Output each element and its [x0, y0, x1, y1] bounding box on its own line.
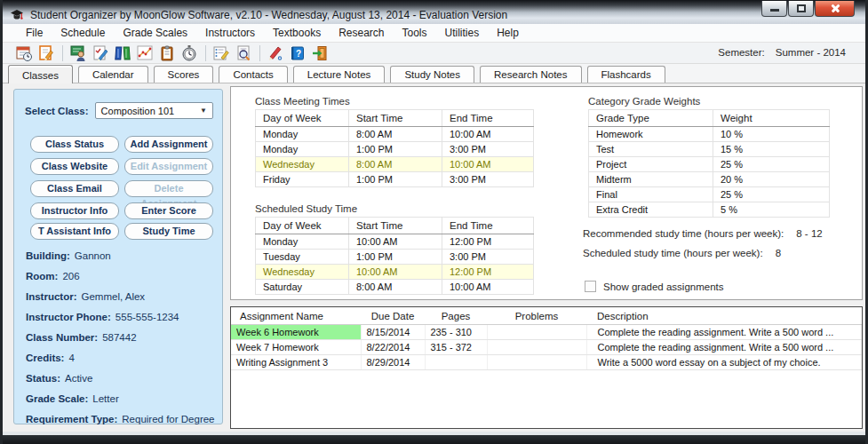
table-row[interactable]: Monday10:00 AM12:00 PM	[256, 234, 534, 250]
toolbar-separator	[205, 45, 206, 61]
show-graded-assignments-row: Show graded assignments	[585, 281, 724, 292]
assignment-row[interactable]: Week 6 Homework 8/15/2014 235 - 310 Comp…	[231, 325, 862, 340]
tab-study-notes[interactable]: Study Notes	[390, 66, 474, 83]
study-timer-icon[interactable]	[180, 44, 198, 62]
minimize-button[interactable]	[761, 1, 787, 17]
class-email-button[interactable]: Class Email	[30, 180, 119, 197]
edit-assignment-button: Edit Assignment	[124, 158, 213, 175]
table-header-row: Grade Type Weight	[589, 110, 830, 127]
window-title: Student Organizer by MoonGlow Software, …	[30, 9, 507, 21]
table-row[interactable]: Test15 %	[589, 142, 830, 157]
title-bar: Student Organizer by MoonGlow Software, …	[3, 0, 865, 24]
flashcards-icon[interactable]	[212, 44, 230, 62]
tab-flashcards[interactable]: Flashcards	[587, 66, 665, 83]
t-assistant-info-button[interactable]: T Assistant Info	[30, 223, 119, 240]
table-row[interactable]: Extra Credit5 %	[589, 202, 830, 218]
info-class-number: Class Number:587442	[26, 328, 217, 348]
table-row[interactable]: Tuesday1:00 PM3:00 PM	[256, 250, 534, 265]
tab-lecture-notes[interactable]: Lecture Notes	[293, 66, 386, 83]
close-button[interactable]	[815, 1, 855, 17]
table-header-row: Assignment Name Due Date Pages Problems …	[231, 307, 862, 325]
assignment-row[interactable]: Week 7 Homework 8/22/2014 315 - 372 Comp…	[231, 340, 862, 355]
window-bottom-border	[3, 435, 865, 444]
semester-label: Semester:	[718, 47, 764, 58]
study-time-button[interactable]: Study Time	[124, 223, 213, 240]
table-row-highlighted[interactable]: Wednesday8:00 AM10:00 AM	[256, 157, 534, 172]
menu-schedule[interactable]: Schedule	[52, 25, 114, 41]
select-class-label: Select Class:	[25, 106, 89, 116]
tab-bar: Classes Calendar Scores Contacts Lecture…	[3, 64, 865, 83]
class-info-list: Building:Gannon Room:206 Instructor:Gemm…	[26, 246, 217, 430]
table-row[interactable]: Monday1:00 PM3:00 PM	[256, 142, 534, 157]
add-assignment-button[interactable]: Add Assignment	[124, 136, 213, 153]
class-select-value: Composition 101	[101, 106, 175, 116]
show-graded-checkbox[interactable]	[585, 281, 596, 292]
enter-score-button[interactable]: Enter Score	[124, 202, 213, 219]
info-building: Building:Gannon	[26, 246, 217, 266]
info-status: Status:Active	[26, 369, 217, 389]
grade-weights-table: Grade Type Weight Homework10 % Test15 % …	[588, 109, 830, 218]
semester-value: Summer - 2014	[776, 47, 846, 58]
scores-icon[interactable]	[136, 44, 154, 62]
maximize-icon	[797, 4, 806, 12]
help-icon[interactable]: ?	[289, 44, 307, 62]
instructors-icon[interactable]	[69, 44, 87, 62]
table-header-row: Day of Week Start Time End Time	[256, 110, 534, 127]
toolbar-separator	[259, 45, 260, 61]
tab-calendar[interactable]: Calendar	[78, 66, 148, 83]
menu-utilities[interactable]: Utilities	[436, 25, 489, 41]
menu-textbooks[interactable]: Textbooks	[264, 25, 330, 41]
window-controls	[760, 1, 855, 17]
tab-research-notes[interactable]: Research Notes	[480, 66, 581, 83]
table-row[interactable]: Midterm20 %	[589, 172, 830, 187]
study-time-table: Day of Week Start Time End Time Monday10…	[255, 217, 534, 295]
table-row[interactable]: Final25 %	[589, 187, 830, 202]
menu-tools[interactable]: Tools	[394, 25, 436, 41]
assignments-panel: Assignment Name Due Date Pages Problems …	[230, 306, 863, 429]
add-assignment-icon[interactable]	[37, 44, 55, 62]
table-row[interactable]: Saturday8:00 AM10:00 AM	[256, 280, 534, 295]
table-row[interactable]: Friday1:00 PM3:00 PM	[256, 172, 534, 187]
info-grade-scale: Grade Scale:Letter	[26, 389, 217, 409]
info-instructor: Instructor:Gemmel, Alex	[26, 287, 217, 307]
table-row[interactable]: Homework10 %	[589, 127, 830, 142]
info-room: Room:206	[26, 266, 217, 287]
menu-bar: File Schedule Grade Scales Instructors T…	[3, 24, 865, 43]
table-row[interactable]: Monday8:00 AM10:00 AM	[256, 127, 534, 142]
meeting-times-table: Day of Week Start Time End Time Monday8:…	[255, 109, 534, 187]
table-row[interactable]: Project25 %	[589, 157, 830, 172]
minimize-icon	[770, 9, 779, 12]
table-row-highlighted[interactable]: Wednesday10:00 AM12:00 PM	[256, 265, 534, 280]
menu-instructors[interactable]: Instructors	[196, 25, 264, 41]
menu-grade-scales[interactable]: Grade Scales	[114, 25, 196, 41]
tools-icon[interactable]	[267, 44, 284, 62]
schedule-icon[interactable]	[15, 44, 33, 62]
class-website-button[interactable]: Class Website	[30, 158, 119, 175]
instructor-info-button[interactable]: Instructor Info	[30, 202, 119, 219]
delete-assignment-button: Delete Assignment	[124, 180, 213, 197]
scheduled-study-time: Scheduled study time (hours per week):8	[583, 248, 781, 258]
tab-classes[interactable]: Classes	[8, 65, 73, 83]
assignment-row[interactable]: Writing Assignment 3 8/29/2014 Write a 5…	[231, 355, 862, 370]
class-status-button[interactable]: Class Status	[30, 136, 119, 153]
graduation-cap-icon	[10, 8, 24, 22]
toolbar-separator	[62, 45, 63, 61]
info-credits: Credits:4	[26, 348, 217, 369]
svg-text:?: ?	[296, 48, 301, 58]
exit-icon[interactable]	[311, 44, 329, 62]
study-time-title: Scheduled Study Time	[255, 203, 357, 214]
maximize-button[interactable]	[788, 1, 814, 17]
toolbar: ? Semester:Summer - 2014	[3, 43, 865, 64]
tab-scores[interactable]: Scores	[154, 66, 214, 83]
grade-scales-icon[interactable]	[92, 44, 109, 62]
class-select-dropdown[interactable]: Composition 101 ▼	[95, 102, 213, 119]
research-icon[interactable]	[235, 44, 252, 62]
tab-contacts[interactable]: Contacts	[219, 66, 287, 83]
info-requirement-type: Requirement Type:Required for Degree	[26, 409, 217, 430]
semester-indicator: Semester:Summer - 2014	[718, 47, 846, 58]
textbooks-icon[interactable]	[114, 44, 131, 62]
menu-research[interactable]: Research	[330, 25, 393, 41]
menu-help[interactable]: Help	[488, 25, 528, 41]
menu-file[interactable]: File	[17, 25, 52, 41]
notes-icon[interactable]	[158, 44, 176, 62]
